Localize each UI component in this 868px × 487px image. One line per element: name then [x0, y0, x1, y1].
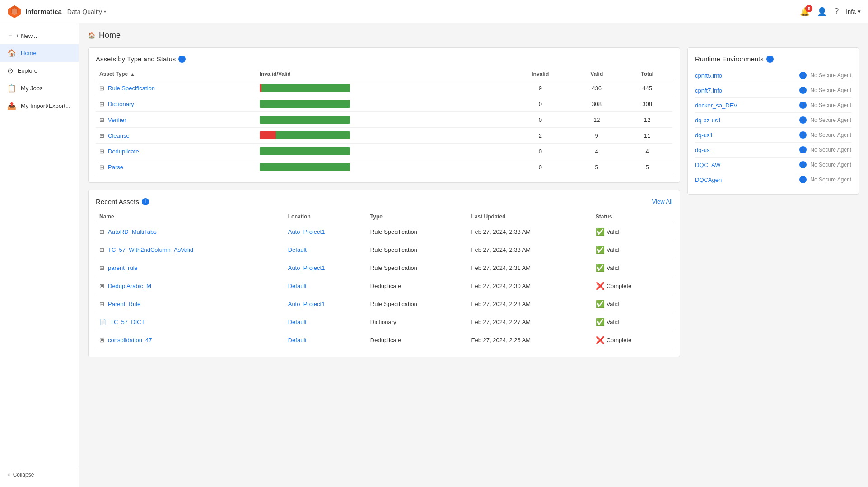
dashboard-grid: Assets by Type and Status i Asset Type ▲	[88, 47, 859, 357]
user-chevron-icon: ▾	[858, 8, 861, 15]
explore-icon: ⊙	[7, 66, 13, 75]
col-valid: Valid	[571, 68, 622, 80]
runtime-item-info-icon[interactable]: i	[799, 176, 807, 183]
asset-name-link[interactable]: Rule Specification	[108, 85, 155, 92]
asset-name-link[interactable]: Dictionary	[108, 101, 134, 107]
recent-asset-link[interactable]: Parent_Rule	[108, 301, 140, 307]
valid-bar	[276, 131, 350, 139]
location-link[interactable]: Auto_Project1	[288, 264, 325, 271]
recent-asset-icon: ⊞	[99, 246, 104, 253]
user-icon-button[interactable]: 👤	[817, 7, 827, 17]
recent-name-cell-1: ⊞ TC_57_With2ndColumn_AsValid	[96, 241, 285, 259]
recent-asset-link[interactable]: TC_57_DICT	[110, 319, 145, 325]
sidebar-item-import-export[interactable]: 📤 My Import/Export...	[0, 97, 79, 115]
sidebar-item-explore[interactable]: ⊙ Explore	[0, 62, 79, 79]
collapse-button[interactable]: « Collapse	[0, 466, 79, 483]
location-link[interactable]: Auto_Project1	[288, 228, 325, 235]
sidebar-item-home[interactable]: 🏠 Home	[0, 44, 79, 62]
table-row: ⊠ Dedup Arabic_M Default Deduplicate Feb…	[96, 277, 672, 295]
col-invalid-valid: Invalid/Valid	[256, 68, 509, 80]
location-link[interactable]: Default	[288, 246, 307, 253]
location-link[interactable]: Default	[288, 319, 307, 325]
recent-updated-2: Feb 27, 2024, 2:31 AM	[468, 259, 592, 277]
runtime-item-info-icon[interactable]: i	[799, 131, 807, 139]
col-type: Type	[367, 211, 468, 223]
assets-table-scroll[interactable]: Asset Type ▲ Invalid/Valid Invalid	[96, 68, 672, 175]
valid-count-5: 5	[571, 159, 622, 175]
asset-name-link[interactable]: Deduplicate	[108, 148, 139, 155]
runtime-status-text: No Secure Agent	[810, 147, 851, 153]
runtime-item-info-icon[interactable]: i	[799, 102, 807, 109]
runtime-name-link[interactable]: cpnft7.info	[695, 87, 796, 94]
notifications-button[interactable]: 🔔 5	[800, 7, 810, 17]
runtime-name-link[interactable]: DQC_AW	[695, 162, 796, 168]
runtime-name-link[interactable]: docker_sa_DEV	[695, 102, 796, 109]
runtime-item-info-icon[interactable]: i	[799, 72, 807, 79]
user-menu[interactable]: Infa ▾	[846, 8, 861, 15]
bar-cell-0	[256, 80, 509, 96]
runtime-name-link[interactable]: dq-us	[695, 147, 796, 153]
recent-asset-link[interactable]: Dedup Arabic_M	[108, 283, 151, 289]
bar-cell-1	[256, 96, 509, 112]
runtime-info-icon[interactable]: i	[766, 56, 774, 63]
sidebar-item-my-jobs[interactable]: 📋 My Jobs	[0, 79, 79, 97]
table-row: ⊞ Parse 0 5 5	[96, 159, 672, 175]
runtime-title: Runtime Environments i	[695, 55, 851, 63]
runtime-item-info-icon[interactable]: i	[799, 161, 807, 168]
runtime-status-text: No Secure Agent	[810, 162, 851, 168]
recent-asset-icon: ⊞	[99, 301, 104, 307]
new-button[interactable]: ＋ + New...	[0, 27, 79, 44]
sidebar-label-my-jobs: My Jobs	[21, 85, 42, 92]
recent-status-3: ❌ Complete	[592, 277, 672, 295]
recent-asset-icon: ⊠	[99, 283, 104, 289]
runtime-name-link[interactable]: dq-az-us1	[695, 117, 796, 124]
assets-info-icon[interactable]: i	[178, 56, 186, 63]
jobs-icon: 📋	[7, 84, 16, 93]
notification-badge: 5	[805, 5, 812, 12]
invalid-count-4: 0	[509, 144, 571, 159]
bar-cell-2	[256, 112, 509, 128]
asset-name-link[interactable]: Verifier	[108, 116, 126, 123]
location-link[interactable]: Auto_Project1	[288, 301, 325, 307]
location-link[interactable]: Default	[288, 337, 307, 343]
recent-type-1: Rule Specification	[367, 241, 468, 259]
invalid-count-0: 9	[509, 80, 571, 96]
runtime-item-info-icon[interactable]: i	[799, 87, 807, 94]
content-area: 🏠 Home Assets by Type and Status i	[79, 23, 868, 487]
runtime-item-info-icon[interactable]: i	[799, 146, 807, 153]
top-nav: Informatica Data Quality ▾ 🔔 5 👤 ? Infa …	[0, 0, 868, 23]
runtime-status-text: No Secure Agent	[810, 72, 851, 79]
help-button[interactable]: ?	[834, 7, 839, 16]
recent-type-3: Deduplicate	[367, 277, 468, 295]
recent-type-4: Rule Specification	[367, 295, 468, 313]
recent-asset-link[interactable]: consolidation_47	[108, 337, 152, 343]
runtime-item-info-icon[interactable]: i	[799, 116, 807, 124]
home-page-icon: 🏠	[88, 32, 95, 39]
runtime-name-link[interactable]: DQCAgen	[695, 176, 796, 183]
recent-asset-link[interactable]: AutoRD_MultiTabs	[108, 228, 157, 235]
asset-name-cell-3: ⊞ Cleanse	[96, 128, 256, 144]
col-location: Location	[285, 211, 367, 223]
asset-name-link[interactable]: Cleanse	[108, 132, 130, 139]
runtime-status-text: No Secure Agent	[810, 87, 851, 93]
page-title-row: 🏠 Home	[88, 31, 859, 40]
col-asset-type[interactable]: Asset Type ▲	[96, 68, 256, 80]
asset-name-link[interactable]: Parse	[108, 164, 123, 171]
view-all-link[interactable]: View All	[652, 198, 672, 205]
page-title: Home	[99, 31, 121, 40]
import-export-icon: 📤	[7, 102, 16, 110]
left-column: Assets by Type and Status i Asset Type ▲	[88, 47, 680, 357]
recent-assets-card: Recent Assets i View All Name Location T…	[88, 190, 680, 357]
location-link[interactable]: Default	[288, 283, 307, 289]
runtime-name-link[interactable]: dq-us1	[695, 132, 796, 139]
recent-assets-info-icon[interactable]: i	[142, 198, 149, 205]
status-text: Valid	[607, 264, 619, 271]
recent-assets-title: Recent Assets i	[96, 198, 149, 205]
recent-updated-6: Feb 27, 2024, 2:26 AM	[468, 331, 592, 349]
recent-asset-link[interactable]: parent_rule	[108, 264, 138, 271]
runtime-name-link[interactable]: cpnft5.info	[695, 72, 796, 79]
runtime-item: dq-us i No Secure Agent	[695, 143, 851, 158]
recent-asset-link[interactable]: TC_57_With2ndColumn_AsValid	[108, 246, 193, 253]
complete-icon: ❌	[596, 282, 605, 290]
app-switcher[interactable]: Data Quality ▾	[67, 8, 106, 15]
